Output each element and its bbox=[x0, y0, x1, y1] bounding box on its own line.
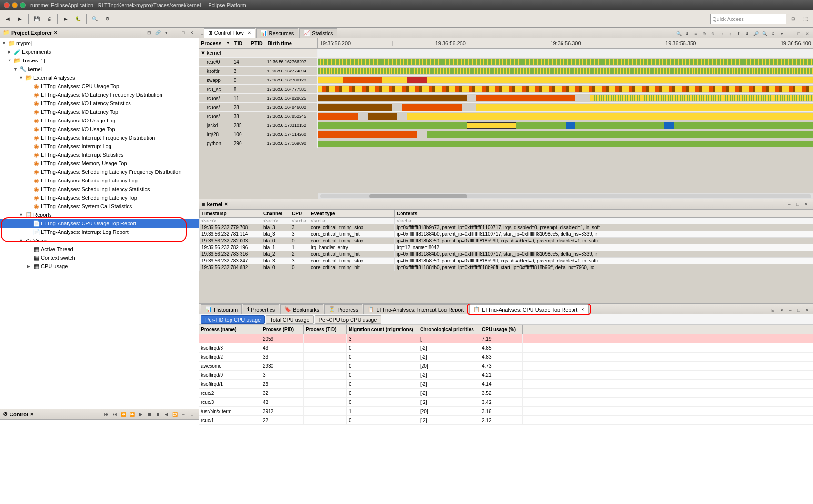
filter-event-type[interactable]: <srch> bbox=[309, 218, 395, 224]
minimize-button[interactable] bbox=[12, 2, 18, 8]
cf-minimize[interactable]: – bbox=[786, 30, 794, 38]
cf-view-menu[interactable]: ▾ bbox=[778, 30, 785, 38]
panel-minimize-btn[interactable]: – bbox=[171, 29, 179, 37]
control-btn-9[interactable]: 🔁 bbox=[171, 411, 179, 418]
panel-minimize-btn[interactable]: – bbox=[180, 411, 187, 418]
tree-item-sched-lat-freq[interactable]: ◉ LTTng-Analyses: Scheduling Latency Fre… bbox=[0, 168, 199, 176]
control-btn-2[interactable]: ⏭ bbox=[111, 411, 119, 418]
control-btn-1[interactable]: ⏮ bbox=[102, 411, 110, 418]
filter-timestamp[interactable]: <srch> bbox=[200, 218, 261, 224]
cf-toolbar-11[interactable]: 🔍 bbox=[761, 30, 768, 38]
cf-toolbar-4[interactable]: ⊕ bbox=[701, 30, 708, 38]
panel-maximize-btn[interactable]: □ bbox=[188, 411, 196, 418]
cf-close[interactable]: ✕ bbox=[803, 30, 811, 38]
cf-toolbar-5[interactable]: ⊖ bbox=[709, 30, 717, 38]
tree-item-io-lat-freq[interactable]: ◉ LTTng-Analyses: I/O Latency Frequency … bbox=[0, 91, 199, 99]
cf-toolbar-3[interactable]: ≡ bbox=[692, 30, 700, 38]
tab-statistics[interactable]: 📈 Statistics bbox=[299, 28, 337, 38]
tree-item-cpu-report[interactable]: 📄 LTTng-Analyses: CPU Usage Top Report bbox=[0, 219, 199, 228]
toolbar-layout[interactable]: ⬚ bbox=[800, 13, 811, 25]
tree-item-active-thread[interactable]: ▦ Active Thread bbox=[0, 245, 199, 253]
report-minimize[interactable]: – bbox=[786, 306, 794, 314]
tree-item-syscall-stats[interactable]: ◉ LTTng-Analyses: System Call Statistics bbox=[0, 202, 199, 211]
subtab-per-cpu[interactable]: Per-CPU top CPU usage bbox=[315, 315, 381, 324]
tree-item-interrupt-log[interactable]: ◉ LTTng-Analyses: Interrupt Log bbox=[0, 142, 199, 151]
tree-item-traces[interactable]: ▼ 📂 Traces [1] bbox=[0, 56, 199, 65]
toolbar-forward[interactable]: ▶ bbox=[14, 13, 26, 25]
tab-cpu-usage-report[interactable]: 📋 LTTng-Analyses: CPU Usage Top Report ✕ bbox=[469, 304, 589, 314]
tree-item-io-usage-log[interactable]: ◉ LTTng-Analyses: I/O Usage Log bbox=[0, 116, 199, 125]
tab-progress[interactable]: ⏳ Progress bbox=[324, 304, 362, 314]
tab-close-icon[interactable]: ✕ bbox=[581, 307, 584, 312]
tree-item-sched-lat-log[interactable]: ◉ LTTng-Analyses: Scheduling Latency Log bbox=[0, 176, 199, 185]
toolbar-debug[interactable]: 🐛 bbox=[72, 13, 84, 25]
subtab-per-tid[interactable]: Per-TID top CPU usage bbox=[201, 315, 265, 324]
tree-item-context-switch[interactable]: ▦ Context switch bbox=[0, 253, 199, 262]
tree-item-reports[interactable]: ▼ 📋 Reports bbox=[0, 211, 199, 219]
tree-item-io-lat-stats[interactable]: ◉ LTTng-Analyses: I/O Latency Statistics bbox=[0, 99, 199, 108]
cf-toolbar-6[interactable]: ↔ bbox=[718, 30, 725, 38]
control-btn-7[interactable]: ⏸ bbox=[154, 411, 161, 418]
report-maximize[interactable]: □ bbox=[795, 306, 803, 314]
cf-toolbar-7[interactable]: ↕ bbox=[726, 30, 734, 38]
toolbar-run[interactable]: ▶ bbox=[60, 13, 71, 25]
toolbar-preferences[interactable]: ⚙ bbox=[101, 13, 113, 25]
kernel-minimize[interactable]: – bbox=[785, 201, 793, 208]
cf-toolbar-9[interactable]: ⬇ bbox=[743, 30, 751, 38]
cf-toolbar-1[interactable]: 🔍 bbox=[675, 30, 683, 38]
tree-item-io-lat-top[interactable]: ◉ LTTng-Analyses: I/O Latency Top bbox=[0, 108, 199, 116]
cf-toolbar-2[interactable]: ⬇ bbox=[683, 30, 691, 38]
filter-cpu[interactable]: <srch> bbox=[290, 218, 309, 224]
tab-control-flow[interactable]: ⊞ Control Flow ✕ bbox=[204, 28, 255, 38]
tab-resources[interactable]: 📊 Resources bbox=[256, 28, 299, 38]
tab-histogram[interactable]: 📊 Histogram bbox=[201, 304, 242, 314]
cf-toolbar-10[interactable]: 🔎 bbox=[752, 30, 760, 38]
control-btn-8[interactable]: ◀ bbox=[162, 411, 170, 418]
toolbar-save[interactable]: 💾 bbox=[31, 13, 42, 25]
close-button[interactable] bbox=[4, 2, 10, 8]
tab-interrupt-log-report[interactable]: 📋 LTTng-Analyses: Interrupt Log Report bbox=[363, 304, 468, 314]
kernel-close[interactable]: ✕ bbox=[803, 201, 810, 208]
tree-item-experiments[interactable]: ▶ 🧪 Experiments bbox=[0, 48, 199, 56]
tree-item-external-analyses[interactable]: ▼ 📂 External Analyses bbox=[0, 73, 199, 82]
tab-properties[interactable]: ℹ Properties bbox=[243, 304, 279, 314]
panel-menu-btn[interactable]: ▾ bbox=[162, 29, 170, 37]
quick-access-box[interactable]: Quick Access bbox=[710, 14, 786, 24]
control-btn-4[interactable]: ⏩ bbox=[128, 411, 136, 418]
filter-channel[interactable]: <srch> bbox=[261, 218, 290, 224]
tab-bookmarks[interactable]: 🔖 Bookmarks bbox=[280, 304, 323, 314]
toolbar-search[interactable]: 🔍 bbox=[89, 13, 100, 25]
control-btn-5[interactable]: ▶ bbox=[137, 411, 144, 418]
tree-item-interrupt-log-report[interactable]: 📄 LTTng-Analyses: Interrupt Log Report bbox=[0, 228, 199, 236]
subtab-total[interactable]: Total CPU usage bbox=[266, 315, 314, 324]
kernel-maximize[interactable]: □ bbox=[794, 201, 802, 208]
link-editor-btn[interactable]: 🔗 bbox=[154, 29, 161, 37]
control-btn-6[interactable]: ⏹ bbox=[145, 411, 153, 418]
tree-item-sched-lat-stats[interactable]: ◉ LTTng-Analyses: Scheduling Latency Sta… bbox=[0, 185, 199, 193]
tree-item-cpu-top[interactable]: ◉ LTTng-Analyses: CPU Usage Top bbox=[0, 82, 199, 91]
maximize-button[interactable] bbox=[20, 2, 26, 8]
toolbar-print[interactable]: 🖨 bbox=[43, 13, 55, 25]
report-view-btn[interactable]: ⊞ bbox=[769, 306, 777, 314]
tree-item-interrupt-stats[interactable]: ◉ LTTng-Analyses: Interrupt Statistics bbox=[0, 151, 199, 159]
tree-item-io-usage-top[interactable]: ◉ LTTng-Analyses: I/O Usage Top bbox=[0, 125, 199, 133]
toolbar-back[interactable]: ◀ bbox=[2, 13, 13, 25]
tree-item-memory-top[interactable]: ◉ LTTng-Analyses: Memory Usage Top bbox=[0, 159, 199, 168]
tree-item-interrupt-freq[interactable]: ◉ LTTng-Analyses: Interrupt Frequency Di… bbox=[0, 133, 199, 142]
tree-item-myproj[interactable]: ▼ 📁 myproj bbox=[0, 39, 199, 48]
scrollbar-thumb[interactable] bbox=[369, 194, 467, 198]
control-btn-3[interactable]: ⏪ bbox=[120, 411, 127, 418]
cf-maximize[interactable]: □ bbox=[795, 30, 803, 38]
cf-toolbar-12[interactable]: ✕ bbox=[769, 30, 777, 38]
panel-close-btn[interactable]: ✕ bbox=[188, 29, 196, 37]
window-controls[interactable] bbox=[4, 2, 26, 8]
tree-item-cpu-usage[interactable]: ▶ ▦ CPU usage bbox=[0, 262, 199, 271]
tree-item-sched-lat-top[interactable]: ◉ LTTng-Analyses: Scheduling Latency Top bbox=[0, 193, 199, 202]
tree-item-kernel[interactable]: ▼ 🔧 kernel bbox=[0, 65, 199, 73]
tree-item-views[interactable]: ▼ 🗂 Views bbox=[0, 236, 199, 245]
filter-contents[interactable]: <srch> bbox=[395, 218, 813, 224]
panel-maximize-btn[interactable]: □ bbox=[180, 29, 187, 37]
report-menu-btn[interactable]: ▾ bbox=[778, 306, 785, 314]
timeline-scrollbar[interactable] bbox=[318, 193, 813, 199]
tab-close-icon[interactable]: ✕ bbox=[248, 31, 251, 35]
